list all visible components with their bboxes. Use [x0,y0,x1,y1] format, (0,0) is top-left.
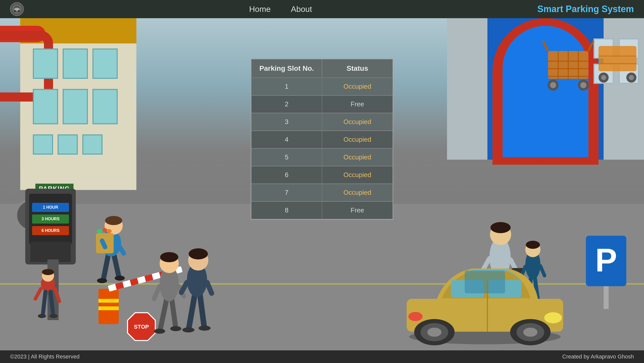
table-row: 1Occupied [251,78,393,95]
slot-status: Occupied [322,184,393,201]
background-scene: PARKING P 1 HOUR 3 HOURS 6 HOURS [0,18,644,350]
svg-line-38 [172,299,176,327]
slot-number: 4 [251,131,322,148]
footer-credit: Created by Arkapravo Ghosh [562,353,634,360]
slot-number: 2 [251,95,322,113]
svg-line-35 [102,241,105,247]
man-with-bag [91,203,131,285]
svg-line-36 [118,245,124,253]
table-row: 3Occupied [251,113,393,131]
col-status-header: Status [322,59,393,78]
svg-point-32 [97,229,103,233]
svg-point-26 [97,278,107,283]
svg-point-59 [490,222,511,233]
svg-point-50 [189,248,208,259]
table-row: 6Occupied [251,166,393,184]
person-at-machine [33,269,63,330]
table-row: 2Free [251,95,393,113]
svg-point-86 [523,328,537,337]
svg-point-3 [14,10,16,12]
svg-rect-110 [604,286,609,309]
svg-point-44 [154,329,165,334]
svg-point-79 [544,312,562,323]
slot-status: Free [322,202,393,219]
nav-logo-icon [10,2,24,16]
parking-sign-board: P [583,233,629,310]
svg-rect-20 [98,299,119,303]
slot-number: 3 [251,113,322,131]
slot-status: Occupied [322,78,393,95]
svg-point-53 [182,327,194,332]
svg-line-25 [114,253,119,276]
svg-line-90 [588,41,593,51]
svg-point-41 [160,252,178,262]
car [397,243,573,340]
svg-point-27 [115,276,125,281]
svg-line-24 [104,253,109,279]
slot-status: Occupied [322,149,393,166]
svg-rect-21 [98,306,119,310]
svg-point-83 [427,328,441,337]
footer-copyright: ©2023 | All Rights Reserved [10,353,80,360]
table-header: Parking Slot No. Status [251,59,393,78]
svg-line-47 [200,295,204,326]
nav-links: Home About [24,5,537,14]
svg-text:P: P [595,242,617,279]
svg-rect-101 [599,46,636,71]
svg-point-45 [170,326,181,331]
footer: ©2023 | All Rights Reserved Created by A… [0,350,644,363]
svg-point-2 [14,8,19,10]
svg-point-33 [102,228,107,232]
svg-line-51 [181,282,187,293]
svg-line-42 [154,286,160,299]
svg-point-12 [38,314,46,318]
nav-about-link[interactable]: About [291,5,312,14]
slot-number: 8 [251,202,322,219]
nav-title: Smart Parking System [537,4,634,14]
svg-rect-87 [465,271,505,293]
svg-line-11 [51,292,53,314]
svg-point-54 [199,326,211,331]
svg-point-92 [550,82,556,88]
svg-line-89 [543,41,548,51]
svg-point-80 [408,312,423,321]
slot-number: 5 [251,149,322,166]
svg-line-8 [35,289,41,299]
svg-point-13 [49,314,58,318]
slot-status: Occupied [322,131,393,148]
slot-status: Occupied [322,113,393,131]
table-body: 1Occupied2Free3Occupied4Occupied5Occupie… [251,78,393,219]
slot-status: Free [322,95,393,113]
table-row: 4Occupied [251,131,393,149]
slot-status: Occupied [322,166,393,184]
svg-line-37 [160,299,167,329]
svg-point-7 [42,269,54,275]
svg-point-103 [601,75,606,80]
slot-number: 7 [251,184,322,201]
couple-walking [146,238,217,335]
svg-line-9 [55,289,59,301]
slot-number: 6 [251,166,322,184]
svg-point-94 [580,82,586,88]
table-row: 7Occupied [251,184,393,202]
col-slot-header: Parking Slot No. [251,59,322,78]
navbar: Home About Smart Parking System [0,0,644,18]
shopping-carts [528,36,629,108]
svg-line-46 [189,296,194,328]
svg-point-4 [18,10,20,12]
svg-point-34 [107,229,112,233]
parking-status-table: Parking Slot No. Status 1Occupied2Free3O… [251,59,393,220]
svg-point-105 [629,75,634,80]
svg-point-30 [105,216,122,225]
svg-line-10 [43,292,45,314]
table-row: 8Free [251,202,393,219]
table-row: 5Occupied [251,149,393,166]
svg-line-52 [207,282,212,293]
slot-number: 1 [251,78,322,95]
nav-home-link[interactable]: Home [249,5,270,14]
